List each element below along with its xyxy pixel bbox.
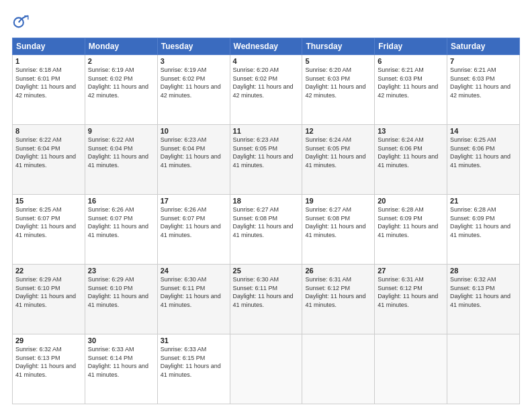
calendar-week-5: 29 Sunrise: 6:32 AMSunset: 6:13 PMDaylig…	[13, 334, 520, 404]
day-number: 30	[88, 336, 154, 345]
day-info: Sunrise: 6:28 AMSunset: 6:09 PMDaylight:…	[378, 206, 438, 238]
day-number: 22	[15, 267, 82, 275]
calendar-cell	[230, 334, 302, 404]
day-info: Sunrise: 6:31 AMSunset: 6:12 PMDaylight:…	[378, 276, 438, 308]
calendar-cell: 19 Sunrise: 6:27 AMSunset: 6:08 PMDaylig…	[302, 195, 375, 265]
day-number: 20	[378, 197, 444, 205]
calendar-cell: 25 Sunrise: 6:30 AMSunset: 6:11 PMDaylig…	[230, 265, 302, 334]
day-number: 1	[15, 57, 82, 65]
day-info: Sunrise: 6:33 AMSunset: 6:14 PMDaylight:…	[88, 346, 148, 378]
calendar-week-2: 8 Sunrise: 6:22 AMSunset: 6:04 PMDayligh…	[13, 125, 520, 195]
day-info: Sunrise: 6:26 AMSunset: 6:07 PMDaylight:…	[88, 206, 148, 238]
calendar-cell: 10 Sunrise: 6:23 AMSunset: 6:04 PMDaylig…	[157, 125, 230, 195]
day-info: Sunrise: 6:25 AMSunset: 6:06 PMDaylight:…	[450, 136, 511, 169]
calendar-header-row: SundayMondayTuesdayWednesdayThursdayFrid…	[13, 38, 520, 55]
calendar-cell	[302, 334, 375, 404]
calendar-cell: 18 Sunrise: 6:27 AMSunset: 6:08 PMDaylig…	[230, 195, 302, 265]
day-number: 4	[233, 57, 300, 65]
calendar-cell: 21 Sunrise: 6:28 AMSunset: 6:09 PMDaylig…	[447, 195, 520, 265]
day-info: Sunrise: 6:22 AMSunset: 6:04 PMDaylight:…	[15, 136, 76, 169]
day-number: 12	[305, 127, 371, 135]
day-number: 27	[378, 267, 444, 275]
calendar-cell: 2 Sunrise: 6:19 AMSunset: 6:02 PMDayligh…	[85, 55, 157, 125]
day-number: 13	[378, 127, 444, 135]
day-info: Sunrise: 6:23 AMSunset: 6:05 PMDaylight:…	[233, 136, 294, 169]
calendar-cell: 11 Sunrise: 6:23 AMSunset: 6:05 PMDaylig…	[230, 125, 302, 195]
day-number: 15	[15, 197, 82, 205]
calendar-cell: 20 Sunrise: 6:28 AMSunset: 6:09 PMDaylig…	[375, 195, 447, 265]
calendar-cell: 23 Sunrise: 6:29 AMSunset: 6:10 PMDaylig…	[85, 265, 157, 334]
logo	[12, 12, 34, 31]
calendar-cell: 31 Sunrise: 6:33 AMSunset: 6:15 PMDaylig…	[157, 334, 230, 404]
day-number: 31	[161, 336, 227, 345]
day-number: 21	[450, 197, 517, 205]
day-info: Sunrise: 6:29 AMSunset: 6:10 PMDaylight:…	[15, 276, 76, 308]
day-info: Sunrise: 6:24 AMSunset: 6:05 PMDaylight:…	[305, 136, 365, 169]
day-header-thursday: Thursday	[302, 38, 375, 55]
day-number: 5	[305, 57, 371, 65]
day-number: 16	[88, 197, 154, 205]
day-number: 8	[15, 127, 82, 135]
calendar-cell: 28 Sunrise: 6:32 AMSunset: 6:13 PMDaylig…	[447, 265, 520, 334]
calendar-cell: 1 Sunrise: 6:18 AMSunset: 6:01 PMDayligh…	[13, 55, 85, 125]
calendar-cell: 14 Sunrise: 6:25 AMSunset: 6:06 PMDaylig…	[447, 125, 520, 195]
day-header-monday: Monday	[85, 38, 157, 55]
day-info: Sunrise: 6:30 AMSunset: 6:11 PMDaylight:…	[233, 276, 294, 308]
day-number: 2	[88, 57, 154, 65]
day-number: 3	[161, 57, 227, 65]
calendar-cell: 12 Sunrise: 6:24 AMSunset: 6:05 PMDaylig…	[302, 125, 375, 195]
day-info: Sunrise: 6:32 AMSunset: 6:13 PMDaylight:…	[15, 346, 76, 378]
day-info: Sunrise: 6:18 AMSunset: 6:01 PMDaylight:…	[15, 66, 76, 99]
calendar-cell: 29 Sunrise: 6:32 AMSunset: 6:13 PMDaylig…	[13, 334, 85, 404]
calendar-cell: 3 Sunrise: 6:19 AMSunset: 6:02 PMDayligh…	[157, 55, 230, 125]
page: SundayMondayTuesdayWednesdayThursdayFrid…	[0, 0, 532, 411]
day-header-sunday: Sunday	[13, 38, 85, 55]
calendar-week-4: 22 Sunrise: 6:29 AMSunset: 6:10 PMDaylig…	[13, 265, 520, 334]
calendar-cell: 17 Sunrise: 6:26 AMSunset: 6:07 PMDaylig…	[157, 195, 230, 265]
day-info: Sunrise: 6:21 AMSunset: 6:03 PMDaylight:…	[378, 66, 438, 99]
day-info: Sunrise: 6:30 AMSunset: 6:11 PMDaylight:…	[161, 276, 221, 308]
day-info: Sunrise: 6:20 AMSunset: 6:02 PMDaylight:…	[233, 66, 294, 99]
logo-icon	[12, 12, 31, 31]
calendar-cell	[447, 334, 520, 404]
calendar-cell: 9 Sunrise: 6:22 AMSunset: 6:04 PMDayligh…	[85, 125, 157, 195]
day-header-saturday: Saturday	[447, 38, 520, 55]
calendar-week-3: 15 Sunrise: 6:25 AMSunset: 6:07 PMDaylig…	[13, 195, 520, 265]
header	[12, 12, 520, 31]
calendar-cell: 8 Sunrise: 6:22 AMSunset: 6:04 PMDayligh…	[13, 125, 85, 195]
calendar-week-1: 1 Sunrise: 6:18 AMSunset: 6:01 PMDayligh…	[13, 55, 520, 125]
day-number: 6	[378, 57, 444, 65]
calendar-cell: 24 Sunrise: 6:30 AMSunset: 6:11 PMDaylig…	[157, 265, 230, 334]
day-number: 14	[450, 127, 517, 135]
day-info: Sunrise: 6:23 AMSunset: 6:04 PMDaylight:…	[161, 136, 221, 169]
day-info: Sunrise: 6:31 AMSunset: 6:12 PMDaylight:…	[305, 276, 365, 308]
day-info: Sunrise: 6:24 AMSunset: 6:06 PMDaylight:…	[378, 136, 438, 169]
day-number: 26	[305, 267, 371, 275]
day-number: 10	[161, 127, 227, 135]
day-number: 23	[88, 267, 154, 275]
day-info: Sunrise: 6:26 AMSunset: 6:07 PMDaylight:…	[161, 206, 221, 238]
day-info: Sunrise: 6:27 AMSunset: 6:08 PMDaylight:…	[305, 206, 365, 238]
calendar-cell: 7 Sunrise: 6:21 AMSunset: 6:03 PMDayligh…	[447, 55, 520, 125]
day-info: Sunrise: 6:19 AMSunset: 6:02 PMDaylight:…	[161, 66, 221, 99]
calendar-cell: 15 Sunrise: 6:25 AMSunset: 6:07 PMDaylig…	[13, 195, 85, 265]
day-info: Sunrise: 6:28 AMSunset: 6:09 PMDaylight:…	[450, 206, 511, 238]
day-number: 19	[305, 197, 371, 205]
calendar-table: SundayMondayTuesdayWednesdayThursdayFrid…	[12, 38, 520, 404]
calendar-cell: 4 Sunrise: 6:20 AMSunset: 6:02 PMDayligh…	[230, 55, 302, 125]
calendar-cell	[375, 334, 447, 404]
day-number: 11	[233, 127, 300, 135]
calendar-cell: 30 Sunrise: 6:33 AMSunset: 6:14 PMDaylig…	[85, 334, 157, 404]
day-number: 18	[233, 197, 300, 205]
day-info: Sunrise: 6:25 AMSunset: 6:07 PMDaylight:…	[15, 206, 76, 238]
day-info: Sunrise: 6:19 AMSunset: 6:02 PMDaylight:…	[88, 66, 148, 99]
day-number: 25	[233, 267, 300, 275]
calendar-cell: 5 Sunrise: 6:20 AMSunset: 6:03 PMDayligh…	[302, 55, 375, 125]
calendar-cell: 13 Sunrise: 6:24 AMSunset: 6:06 PMDaylig…	[375, 125, 447, 195]
calendar-cell: 27 Sunrise: 6:31 AMSunset: 6:12 PMDaylig…	[375, 265, 447, 334]
day-info: Sunrise: 6:33 AMSunset: 6:15 PMDaylight:…	[161, 346, 221, 378]
day-info: Sunrise: 6:32 AMSunset: 6:13 PMDaylight:…	[450, 276, 511, 308]
calendar-cell: 6 Sunrise: 6:21 AMSunset: 6:03 PMDayligh…	[375, 55, 447, 125]
day-number: 9	[88, 127, 154, 135]
day-header-friday: Friday	[375, 38, 447, 55]
